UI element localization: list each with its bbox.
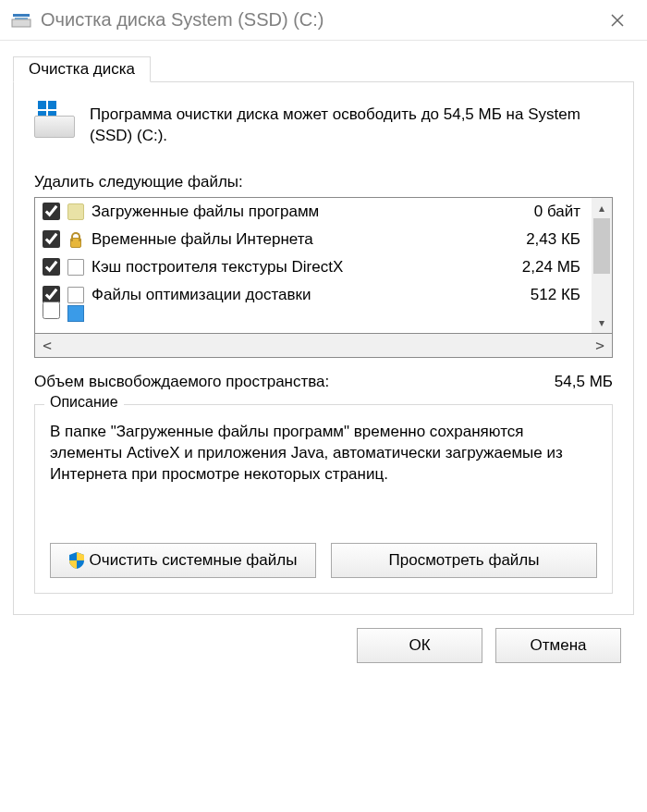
files-listbox[interactable]: Загруженные файлы программ 0 байт Времен… (34, 197, 613, 334)
list-item[interactable] (35, 309, 592, 327)
item-name: Временные файлы Интернета (92, 230, 520, 249)
folder-icon (67, 203, 84, 220)
item-size: 2,43 КБ (526, 230, 586, 249)
svg-rect-1 (13, 14, 30, 17)
tab-disk-cleanup[interactable]: Очистка диска (13, 56, 151, 82)
horizontal-scrollbar[interactable]: < > (34, 334, 613, 358)
item-size: 0 байт (534, 203, 586, 221)
files-to-delete-label: Удалить следующие файлы: (34, 173, 613, 191)
cancel-button[interactable]: Отмена (495, 628, 621, 663)
list-item[interactable]: Кэш построителя текстуры DirectX 2,24 МБ (35, 253, 592, 281)
list-item[interactable]: Загруженные файлы программ 0 байт (35, 198, 592, 226)
ok-button[interactable]: ОК (357, 628, 482, 663)
svg-rect-0 (12, 19, 31, 27)
window-title: Очистка диска System (SSD) (C:) (41, 9, 324, 31)
button-label: Просмотреть файлы (389, 551, 540, 570)
item-size: 2,24 МБ (522, 258, 586, 277)
view-files-button[interactable]: Просмотреть файлы (331, 543, 597, 578)
button-label: Отмена (531, 636, 587, 655)
description-text: В папке "Загруженные файлы программ" вре… (50, 422, 597, 486)
file-icon (67, 287, 84, 303)
item-name: Загруженные файлы программ (92, 203, 529, 221)
item-size: 512 КБ (531, 286, 586, 304)
scroll-left-icon[interactable]: < (37, 337, 57, 354)
scroll-thumb[interactable] (593, 218, 610, 274)
intro-text: Программа очистки диска может освободить… (90, 105, 613, 147)
scroll-down-icon[interactable]: ▾ (592, 313, 612, 333)
dialog-footer: ОК Отмена (13, 615, 634, 663)
titlebar: Очистка диска System (SSD) (C:) (0, 0, 647, 41)
vertical-scrollbar[interactable]: ▴ ▾ (592, 198, 612, 333)
item-name: Кэш построителя текстуры DirectX (92, 258, 517, 277)
file-icon (67, 305, 84, 322)
tab-panel: Очистка диска Программа очистки диска мо… (13, 81, 634, 615)
clean-system-files-button[interactable]: Очистить системные файлы (50, 543, 316, 578)
button-label: ОК (409, 636, 430, 655)
scroll-up-icon[interactable]: ▴ (592, 198, 612, 218)
list-item[interactable]: Файлы оптимизации доставки 512 КБ (35, 281, 592, 309)
item-checkbox[interactable] (43, 230, 60, 248)
close-icon[interactable] (599, 2, 636, 39)
item-checkbox[interactable] (43, 301, 60, 319)
item-name: Файлы оптимизации доставки (92, 286, 525, 304)
lock-icon (67, 231, 84, 248)
drive-icon (34, 105, 75, 138)
description-groupbox: Описание В папке "Загруженные файлы прог… (34, 404, 613, 594)
item-checkbox[interactable] (43, 203, 60, 220)
total-space-value: 54,5 МБ (555, 373, 613, 391)
scroll-right-icon[interactable]: > (590, 337, 610, 354)
shield-icon (69, 552, 84, 569)
description-legend: Описание (44, 394, 124, 411)
intro-section: Программа очистки диска может освободить… (34, 105, 613, 147)
total-space-label: Объем высвобождаемого пространства: (34, 373, 329, 391)
button-label: Очистить системные файлы (90, 551, 298, 570)
file-icon (67, 259, 84, 276)
item-checkbox[interactable] (43, 258, 60, 276)
list-item[interactable]: Временные файлы Интернета 2,43 КБ (35, 226, 592, 253)
total-space-row: Объем высвобождаемого пространства: 54,5… (34, 373, 613, 391)
svg-rect-2 (15, 18, 28, 19)
disk-cleanup-icon (11, 10, 31, 31)
